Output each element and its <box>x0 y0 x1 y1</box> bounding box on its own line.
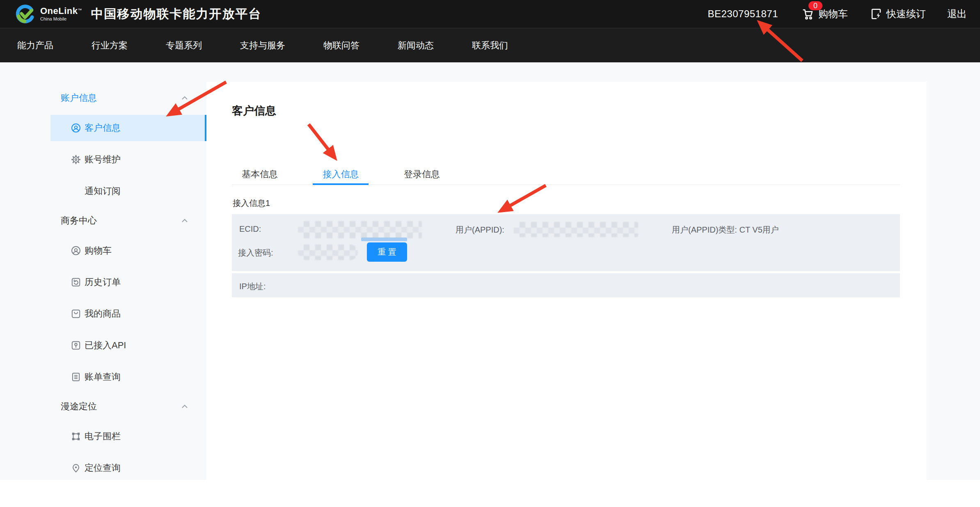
goods-icon <box>71 308 81 319</box>
ip-address-label: IP地址: <box>239 281 266 292</box>
sidebar-item-shopping-cart[interactable]: 购物车 <box>50 238 205 264</box>
appid-type-label: 用户(APPID)类型: CT V5用户 <box>672 224 779 235</box>
site-title: 中国移动物联卡能力开放平台 <box>91 6 262 23</box>
appid-type-value: CT V5用户 <box>739 225 779 234</box>
nav-item-contact[interactable]: 联系我们 <box>472 39 508 52</box>
logout-button[interactable]: 退出 <box>947 7 967 21</box>
nav-item-support[interactable]: 支持与服务 <box>240 39 285 52</box>
nav-item-products[interactable]: 能力产品 <box>17 39 53 52</box>
topbar: OneLink™ China Mobile 中国移动物联卡能力开放平台 BE23… <box>0 0 980 28</box>
password-value-masked <box>298 244 358 260</box>
page-title: 客户信息 <box>232 103 276 118</box>
sidebar-item-location-query[interactable]: 定位查询 <box>50 455 205 481</box>
masked-link-fragment <box>361 238 407 241</box>
chevron-up-icon <box>181 404 188 409</box>
cart-count-badge: 0 <box>808 1 822 10</box>
nav-item-industry[interactable]: 行业方案 <box>92 39 128 52</box>
cart-button[interactable]: 0 购物车 <box>801 7 848 21</box>
page-body: 账户信息 客户信息 <box>0 62 980 480</box>
appid-label: 用户(APPID): <box>456 224 504 235</box>
tab-login-info[interactable]: 登录信息 <box>394 165 450 185</box>
user-at-circle-icon <box>71 123 81 133</box>
ecid-value-masked <box>298 221 422 238</box>
nav-item-news[interactable]: 新闻动态 <box>398 39 434 52</box>
sidebar-item-bill-inquiry[interactable]: 账单查询 <box>50 364 205 390</box>
sidebar-item-connected-api[interactable]: 已接入API <box>50 332 205 359</box>
onelink-logo-icon <box>15 3 36 25</box>
history-icon <box>71 277 81 288</box>
sidebar-item-notification-subscribe[interactable]: 通知订阅 <box>50 178 205 204</box>
logo-brand: OneLink <box>40 6 78 16</box>
tab-access-info[interactable]: 接入信息 <box>313 165 369 185</box>
quick-renew-label: 快速续订 <box>886 7 926 21</box>
quick-renew-button[interactable]: 快速续订 <box>869 7 926 21</box>
sidebar-item-account-maintenance[interactable]: 账号维护 <box>50 146 205 173</box>
location-pin-icon <box>71 463 81 473</box>
quick-renew-icon <box>869 7 883 21</box>
api-key-icon <box>71 340 81 351</box>
reset-password-button[interactable]: 重 置 <box>367 242 407 262</box>
section-label-access-info-1: 接入信息1 <box>233 198 270 209</box>
access-info-panel: ECID: 用户(APPID): 用户(APPID)类型: CT V5用户 接入… <box>232 214 900 271</box>
sidebar-group-account-info[interactable]: 账户信息 <box>50 87 205 110</box>
sidebar: 账户信息 客户信息 <box>50 62 205 481</box>
content-card: 客户信息 基本信息 接入信息 登录信息 接入信息1 ECID: 用户(APPID… <box>206 82 927 480</box>
sidebar-item-my-goods[interactable]: 我的商品 <box>50 301 205 327</box>
user-id[interactable]: BE2307951871 <box>708 8 779 20</box>
sidebar-group-business-center[interactable]: 商务中心 <box>50 209 205 232</box>
nav-item-topics[interactable]: 专题系列 <box>166 39 202 52</box>
cart-label: 购物车 <box>818 7 848 21</box>
ip-address-panel: IP地址: <box>232 273 900 297</box>
chevron-up-icon <box>181 96 188 100</box>
sidebar-group-mantu-location[interactable]: 漫途定位 <box>50 395 205 418</box>
sidebar-item-customer-info[interactable]: 客户信息 <box>50 115 205 141</box>
main-nav: 能力产品 行业方案 专题系列 支持与服务 物联问答 新闻动态 联系我们 <box>0 28 980 62</box>
tab-bar: 基本信息 接入信息 登录信息 <box>232 165 900 185</box>
tab-basic-info[interactable]: 基本信息 <box>232 165 288 185</box>
nav-item-qa[interactable]: 物联问答 <box>323 39 359 52</box>
user-at-circle-icon <box>71 245 81 256</box>
fence-icon <box>71 431 81 442</box>
chevron-up-icon <box>181 219 188 223</box>
onelink-logo[interactable]: OneLink™ China Mobile <box>15 3 82 25</box>
logo-trademark: ™ <box>78 8 82 12</box>
gear-icon <box>71 154 81 165</box>
bill-icon <box>71 372 81 382</box>
sidebar-item-order-history[interactable]: 历史订单 <box>50 269 205 295</box>
appid-value-masked <box>514 222 638 237</box>
ecid-label: ECID: <box>239 224 261 234</box>
sidebar-item-geofence[interactable]: 电子围栏 <box>50 423 205 450</box>
logo-subtitle: China Mobile <box>40 17 82 21</box>
access-password-label: 接入密码: <box>238 247 273 258</box>
